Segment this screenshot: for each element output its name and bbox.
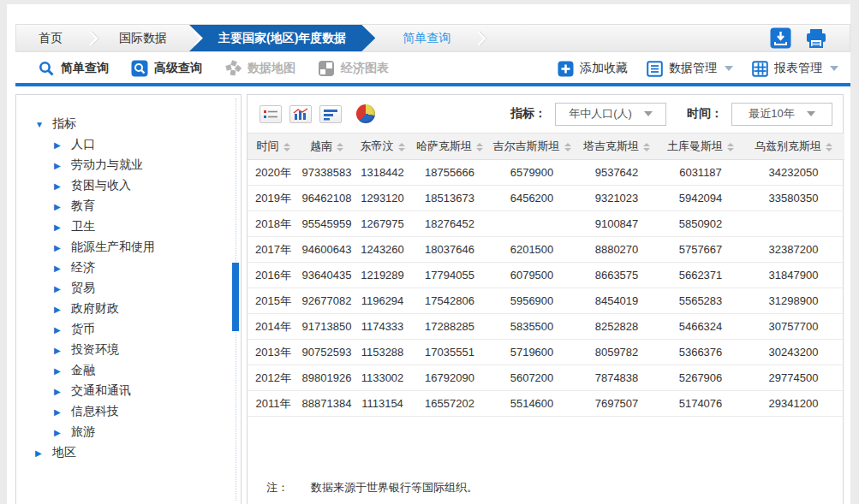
tree-node-label: 劳动力与就业 xyxy=(71,157,143,173)
tree-node-label: 卫生 xyxy=(71,219,95,234)
table-cell: 32387200 xyxy=(743,237,844,263)
table-cell: 1153288 xyxy=(355,340,410,365)
sort-icon[interactable] xyxy=(283,143,290,151)
triangle-right-icon: ▶ xyxy=(54,346,63,355)
sort-icon[interactable] xyxy=(727,143,734,151)
tree-node-label: 贸易 xyxy=(71,281,95,296)
breadcrumb-item-3[interactable]: 主要国家(地区)年度数据 xyxy=(189,25,375,51)
table-cell: 93640435 xyxy=(299,263,355,288)
data-management-label: 数据管理 xyxy=(669,61,717,76)
tree-node-region[interactable]: ▶ 地区 xyxy=(35,442,241,463)
horizontal-bar-view-icon[interactable] xyxy=(319,105,342,123)
triangle-right-icon: ▶ xyxy=(54,140,63,150)
column-header-乌兹别克斯坦[interactable]: 乌兹别克斯坦 xyxy=(743,133,844,160)
table-cell: 9100847 xyxy=(575,211,659,237)
table-cell: 5514600 xyxy=(489,391,575,417)
bar-chart-view-icon[interactable] xyxy=(289,105,312,123)
table-row: 2018年95545959126797518276452910084758509… xyxy=(248,211,844,237)
sort-icon[interactable] xyxy=(564,143,571,151)
table-cell: 2018年 xyxy=(248,211,299,237)
sort-icon[interactable] xyxy=(337,143,343,151)
triangle-right-icon: ▶ xyxy=(35,448,45,458)
print-icon[interactable] xyxy=(805,27,826,49)
tree-node-indicators[interactable]: ▼ 指标 xyxy=(35,114,241,134)
table-cell: 16557202 xyxy=(410,391,489,417)
tree-node-教育[interactable]: ▶教育 xyxy=(54,196,241,216)
tree-node-贫困与收入[interactable]: ▶贫困与收入 xyxy=(54,175,241,196)
sort-icon[interactable] xyxy=(643,143,650,151)
tree-node-label: 货币 xyxy=(71,322,95,337)
table-cell: 5174076 xyxy=(659,391,743,417)
report-management-button[interactable]: 报表管理 xyxy=(752,61,838,77)
advanced-query-button[interactable]: 高级查询 xyxy=(131,60,202,77)
column-header-东帝汶[interactable]: 东帝汶 xyxy=(355,133,410,160)
note-text: 数据来源于世界银行等国际组织。 xyxy=(311,480,478,495)
economic-charts-label: 经济图表 xyxy=(341,61,389,76)
pie-chart-view-icon[interactable] xyxy=(356,104,375,123)
table-cell: 5956900 xyxy=(489,288,575,314)
time-select[interactable]: 最近10年 xyxy=(731,103,832,126)
breadcrumb-item-4[interactable]: 简单查询 xyxy=(380,25,473,51)
report-management-icon xyxy=(752,61,768,77)
sort-icon[interactable] xyxy=(826,143,832,151)
economic-charts-icon xyxy=(318,60,335,77)
tree-node-金融[interactable]: ▶金融 xyxy=(54,360,241,381)
breadcrumb-item-1[interactable]: 首页 xyxy=(16,25,85,51)
table-cell: 90752593 xyxy=(299,340,355,365)
table-cell: 88871384 xyxy=(299,391,355,417)
tree-node-人口[interactable]: ▶人口 xyxy=(54,134,241,155)
time-select-value: 最近10年 xyxy=(749,106,794,122)
column-header-哈萨克斯坦[interactable]: 哈萨克斯坦 xyxy=(410,133,489,160)
tree-node-劳动力与就业[interactable]: ▶劳动力与就业 xyxy=(54,155,241,175)
tree-node-投资环境[interactable]: ▶投资环境 xyxy=(54,340,241,360)
table-cell: 30243200 xyxy=(743,340,844,365)
triangle-right-icon: ▶ xyxy=(54,387,63,396)
tree-node-卫生[interactable]: ▶卫生 xyxy=(54,216,241,237)
sidebar: ▼ 指标 ▶人口▶劳动力与就业▶贫困与收入▶教育▶卫生▶能源生产和使用▶经济▶贸… xyxy=(15,94,242,504)
tree-node-能源生产和使用[interactable]: ▶能源生产和使用 xyxy=(54,237,241,258)
table-cell: 6079500 xyxy=(489,263,575,288)
table-cell: 17794055 xyxy=(410,263,489,288)
indicator-select[interactable]: 年中人口(人) xyxy=(555,103,666,126)
tree-node-旅游[interactable]: ▶旅游 xyxy=(54,422,241,442)
column-header-时间[interactable]: 时间 xyxy=(248,133,299,160)
add-favorite-button[interactable]: 添加收藏 xyxy=(558,61,628,77)
table-cell: 7874838 xyxy=(575,365,659,391)
triangle-right-icon: ▶ xyxy=(54,366,63,376)
tree-node-政府财政[interactable]: ▶政府财政 xyxy=(54,299,241,319)
tree-node-货币[interactable]: ▶货币 xyxy=(54,319,241,340)
triangle-right-icon: ▶ xyxy=(54,161,63,170)
download-icon[interactable] xyxy=(770,27,791,49)
table-cell: 18276452 xyxy=(410,211,489,237)
table-cell: 16792090 xyxy=(410,365,489,391)
column-header-越南[interactable]: 越南 xyxy=(299,133,355,160)
column-header-吉尔吉斯斯坦[interactable]: 吉尔吉斯斯坦 xyxy=(489,133,575,160)
table-cell: 2020年 xyxy=(248,160,299,186)
table-cell: 2012年 xyxy=(248,365,299,391)
table-cell: 2011年 xyxy=(248,391,299,417)
data-map-button[interactable]: 数据地图 xyxy=(224,60,295,77)
list-view-icon[interactable] xyxy=(259,105,282,123)
advanced-query-label: 高级查询 xyxy=(154,61,202,76)
economic-charts-button[interactable]: 经济图表 xyxy=(318,60,389,77)
table-cell: 96462108 xyxy=(299,186,355,211)
tree-node-经济[interactable]: ▶经济 xyxy=(54,258,241,278)
table-cell: 17542806 xyxy=(410,288,489,314)
table-cell: 6456200 xyxy=(489,186,575,211)
table-cell: 17288285 xyxy=(410,314,489,340)
sort-icon[interactable] xyxy=(398,143,405,151)
column-header-塔吉克斯坦[interactable]: 塔吉克斯坦 xyxy=(575,133,659,160)
column-header-土库曼斯坦[interactable]: 土库曼斯坦 xyxy=(659,133,743,160)
filters: 指标： 年中人口(人) 时间： 最近10年 xyxy=(510,103,832,126)
tree-node-信息科技[interactable]: ▶信息科技 xyxy=(54,401,241,422)
tree-node-贸易[interactable]: ▶贸易 xyxy=(54,278,241,299)
data-management-button[interactable]: 数据管理 xyxy=(647,61,733,77)
simple-query-button[interactable]: 简单查询 xyxy=(38,60,109,77)
scrollbar-thumb[interactable] xyxy=(232,263,239,331)
sort-icon[interactable] xyxy=(476,143,483,151)
tree-node-交通和通讯[interactable]: ▶交通和通讯 xyxy=(54,381,241,401)
table-row: 2017年94600643124326018037646620150088802… xyxy=(248,237,844,263)
tree-children: ▶人口▶劳动力与就业▶贫困与收入▶教育▶卫生▶能源生产和使用▶经济▶贸易▶政府财… xyxy=(35,134,241,442)
breadcrumb-item-2[interactable]: 国际数据 xyxy=(97,25,189,51)
triangle-right-icon: ▶ xyxy=(54,202,63,211)
